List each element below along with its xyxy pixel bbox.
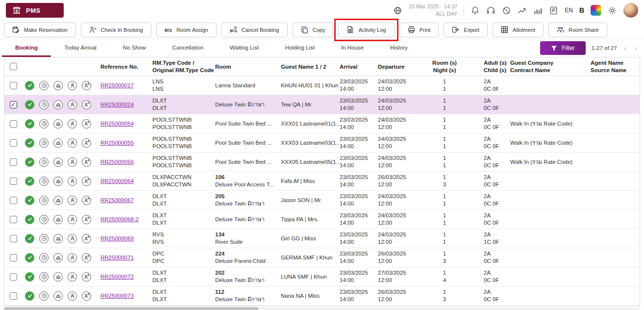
confirmed-status-icon[interactable] [25,291,34,301]
confirmed-status-icon[interactable] [25,234,34,243]
guest-transfer-icon[interactable] [82,177,91,186]
confirmed-status-icon[interactable] [25,215,34,224]
time-status-icon[interactable] [39,253,49,262]
make-reservation-button[interactable]: Make Reservation [4,23,76,37]
guest-transfer-icon[interactable] [82,291,91,301]
export-button[interactable]: Export [444,23,488,37]
tab-waiting-list[interactable]: Waiting List [217,39,272,57]
row-checkbox[interactable] [10,158,17,166]
guest-transfer-icon[interactable] [82,119,91,129]
tab-history[interactable]: History [377,39,421,57]
tab-in-house[interactable]: In House [328,39,377,57]
reference-link[interactable]: RR25000024 [100,102,134,107]
guest-service-bell-icon[interactable] [53,100,63,109]
room-share-button[interactable]: Room Share [548,23,607,37]
guest-transfer-icon[interactable] [82,81,91,90]
check-in-booking-button[interactable]: Check In Booking [81,23,151,37]
confirmed-status-icon[interactable] [25,157,34,167]
notification-bell-icon[interactable] [471,6,480,15]
row-checkbox[interactable] [10,197,17,204]
guest-service-bell-icon[interactable] [53,215,63,224]
time-status-icon[interactable] [39,272,49,282]
tab-cancellation[interactable]: Cancellation [159,39,217,57]
guest-service-bell-icon[interactable] [53,119,63,129]
bar-chart-icon[interactable] [533,6,543,15]
row-checkbox[interactable] [10,178,17,185]
table-row[interactable]: RR25000056 POOLSTTWNBPOOLSTTWNB Pool Sui… [4,153,640,172]
row-checkbox[interactable] [10,216,17,223]
table-row[interactable]: RR25000055 POOLSTTWNBPOOLSTTWNB Pool Sui… [4,133,640,153]
table-row[interactable]: RR25000072 DLXTDLXT 202Deluxe Twin มีกาษ… [4,267,640,286]
confirmed-status-icon[interactable] [25,81,34,90]
row-checkbox[interactable] [10,82,17,89]
guest-transfer-icon[interactable] [82,215,91,224]
property-selector[interactable]: B [579,6,584,14]
time-status-icon[interactable] [39,291,49,301]
guest-profile-icon[interactable] [68,119,77,129]
cancel-booking-button[interactable]: Cancel Booking [222,23,288,37]
guest-transfer-icon[interactable] [82,138,91,148]
table-row[interactable]: RR25000068-2 DLXTDLXT Deluxe Twin มีกาษา… [4,210,640,229]
confirmed-status-icon[interactable] [25,177,34,186]
guest-service-bell-icon[interactable] [53,291,63,301]
timezone-globe-icon[interactable] [393,6,402,15]
guest-profile-icon[interactable] [68,253,77,262]
copy-button[interactable]: Copy [293,23,334,37]
language-selector[interactable]: EN [565,7,573,14]
horizontal-scrollbar[interactable] [4,307,640,310]
headset-support-icon[interactable] [486,6,495,15]
guest-profile-icon[interactable] [68,177,77,186]
table-row[interactable]: RR25000069 RVSRVS 134River Suite Girl GG… [4,229,640,248]
time-status-icon[interactable] [39,138,49,148]
table-row[interactable]: RR25000064 DLXPACCTWNDLXPACCTWN 106Delux… [4,172,640,191]
time-status-icon[interactable] [39,119,49,129]
guest-profile-icon[interactable] [68,234,77,243]
tab-holding-list[interactable]: Holding List [272,39,328,57]
report-form-icon[interactable] [549,6,558,15]
guest-transfer-icon[interactable] [82,234,91,243]
guest-profile-icon[interactable] [68,100,77,109]
reference-link[interactable]: RR25000071 [100,255,134,260]
table-row[interactable]: RR25000067 DLXTDLXT 205Deluxe Twin มีกาษ… [4,191,640,210]
reference-link[interactable]: RR25000055 [100,140,134,146]
guest-transfer-icon[interactable] [82,253,91,262]
confirmed-status-icon[interactable] [25,119,34,129]
next-page-button[interactable]: › [633,44,638,52]
row-checkbox[interactable] [10,254,17,261]
row-checkbox[interactable] [10,120,17,128]
line-chart-icon[interactable] [518,6,527,15]
guest-profile-icon[interactable] [68,215,77,224]
reference-link[interactable]: RR25000056 [100,159,134,165]
confirmed-status-icon[interactable] [25,253,34,262]
time-status-icon[interactable] [39,100,49,109]
guest-profile-icon[interactable] [68,138,77,148]
time-status-icon[interactable] [39,157,49,167]
time-status-icon[interactable] [39,234,49,243]
table-row[interactable]: RR25000054 POOLSTTWNBPOOLSTTWNB Pool Sui… [4,114,640,133]
guest-service-bell-icon[interactable] [53,272,63,282]
table-row[interactable]: RR25000071 DPCDPC 224Deluxe Parent-Child… [4,248,640,267]
user-avatar[interactable] [623,3,638,18]
activity-log-button[interactable]: Activity Log [338,23,394,37]
reference-link[interactable]: RR25000072 [100,274,134,280]
guest-profile-icon[interactable] [68,81,77,90]
guest-service-bell-icon[interactable] [53,138,63,148]
tab-no-show[interactable]: No Show [110,39,159,57]
guest-service-bell-icon[interactable] [53,177,63,186]
table-row[interactable]: RR25000024 DLXTDLXT Deluxe Twin มีกาษา T… [4,95,640,114]
guest-service-bell-icon[interactable] [53,81,63,90]
time-status-icon[interactable] [39,196,49,205]
guest-service-bell-icon[interactable] [53,253,63,262]
scrollbar-thumb[interactable] [4,307,258,310]
confirmed-status-icon[interactable] [25,138,34,148]
select-all-checkbox[interactable] [10,63,17,70]
guest-profile-icon[interactable] [68,272,77,282]
guest-transfer-icon[interactable] [82,100,91,109]
guest-transfer-icon[interactable] [82,196,91,205]
reference-link[interactable]: RR25000064 [100,178,134,184]
row-checkbox[interactable] [10,235,17,242]
settings-gear-icon[interactable] [608,6,617,15]
guest-profile-icon[interactable] [68,291,77,301]
time-status-icon[interactable] [39,177,49,186]
time-status-icon[interactable] [39,81,49,90]
